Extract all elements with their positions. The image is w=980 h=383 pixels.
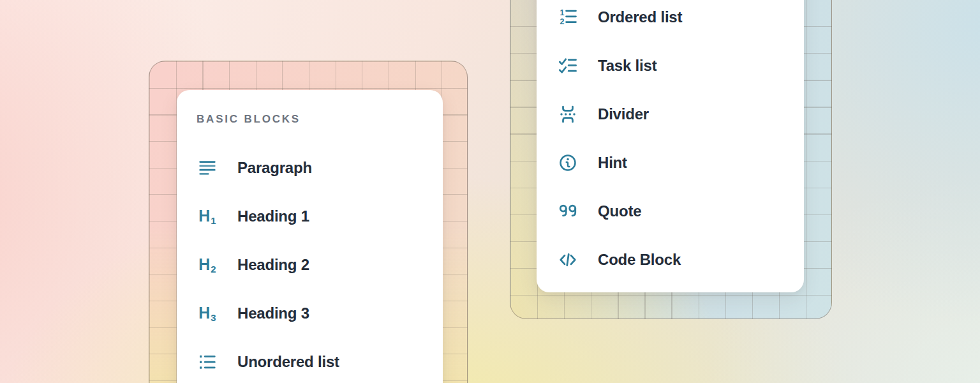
menu-item-label: Heading 2 xyxy=(237,256,309,274)
hint-icon xyxy=(558,153,578,173)
menu-item-label: Heading 3 xyxy=(237,304,309,322)
menu-item-label: Hint xyxy=(598,154,627,172)
menu-item-heading-2[interactable]: H2Heading 2 xyxy=(177,241,443,289)
code-block-icon xyxy=(558,250,578,270)
background-canvas: BASIC BLOCKS ParagraphH1Heading 1H2Headi… xyxy=(0,0,980,383)
section-label-basic-blocks: BASIC BLOCKS xyxy=(197,113,301,126)
svg-text:2: 2 xyxy=(560,17,565,26)
menu-item-hint[interactable]: Hint xyxy=(537,139,804,187)
menu-item-unordered-list[interactable]: Unordered list xyxy=(177,338,443,383)
ordered-list-icon: 12 xyxy=(558,7,578,27)
menu-item-code-block[interactable]: Code Block xyxy=(537,236,804,284)
menu-item-label: Divider xyxy=(598,105,649,123)
menu-item-label: Quote xyxy=(598,202,641,220)
divider-icon xyxy=(558,104,578,124)
menu-item-paragraph[interactable]: Paragraph xyxy=(177,144,443,192)
menu-item-label: Unordered list xyxy=(237,353,339,371)
heading-3-icon: H3 xyxy=(197,303,218,324)
menu-item-label: Code Block xyxy=(598,251,681,269)
heading-2-icon: H2 xyxy=(197,255,218,275)
menu-item-quote[interactable]: Quote xyxy=(537,187,804,236)
menu-item-heading-1[interactable]: H1Heading 1 xyxy=(177,192,443,241)
menu-item-heading-3[interactable]: H3Heading 3 xyxy=(177,289,443,338)
menu-item-label: Heading 1 xyxy=(237,207,309,225)
menu-item-label: Task list xyxy=(598,57,657,75)
menu-item-divider[interactable]: Divider xyxy=(537,90,804,139)
basic-blocks-menu-list: ParagraphH1Heading 1H2Heading 2H3Heading… xyxy=(177,144,443,383)
paragraph-icon xyxy=(197,158,218,178)
task-list-icon xyxy=(558,56,578,76)
unordered-list-icon xyxy=(197,352,218,372)
more-blocks-menu-list: 12Ordered listTask listDividerHintQuoteC… xyxy=(537,0,804,284)
basic-blocks-panel: BASIC BLOCKS ParagraphH1Heading 1H2Headi… xyxy=(177,90,443,383)
menu-item-label: Ordered list xyxy=(598,8,682,26)
menu-item-ordered-list[interactable]: 12Ordered list xyxy=(537,0,804,41)
svg-text:1: 1 xyxy=(560,8,565,17)
heading-1-icon: H1 xyxy=(197,206,218,227)
more-blocks-panel: 12Ordered listTask listDividerHintQuoteC… xyxy=(537,0,804,292)
menu-item-label: Paragraph xyxy=(237,159,312,177)
menu-item-task-list[interactable]: Task list xyxy=(537,41,804,90)
quote-icon xyxy=(558,201,578,222)
